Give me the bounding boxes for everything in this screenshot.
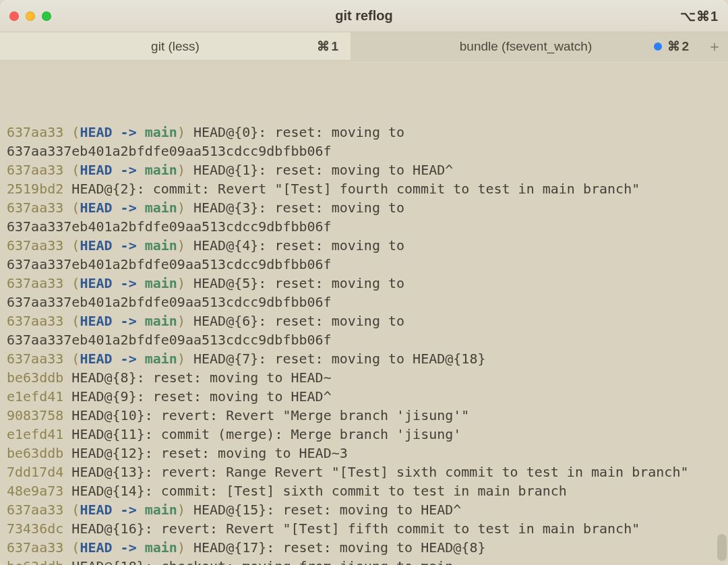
reflog-line: e1efd41 HEAD@{9}: reset: moving to HEAD^	[7, 387, 721, 406]
reflog-message: revert: Revert "Merge branch 'jisung'"	[161, 407, 470, 423]
ref-name: HEAD@{18}:	[71, 558, 152, 565]
terminal-output[interactable]: 637aa33 (HEAD -> main) HEAD@{0}: reset: …	[0, 61, 728, 565]
scrollbar-thumb[interactable]	[717, 534, 727, 561]
window-shortcut-label: ⌥⌘1	[680, 8, 719, 24]
tab-shortcut-text: ⌘2	[667, 38, 690, 54]
tab-label: git (less)	[151, 39, 200, 54]
reflog-message: revert: Revert "[Test] fifth commit to t…	[161, 521, 640, 537]
reflog-line: be63ddb HEAD@{18}: checkout: moving from…	[7, 557, 721, 565]
tab-shortcut: ⌘2	[654, 38, 690, 54]
activity-indicator-icon	[654, 42, 662, 51]
commit-hash: e1efd41	[7, 426, 63, 442]
reflog-message: revert: Range Revert "[Test] sixth commi…	[161, 464, 689, 480]
reflog-line: 637aa33 (HEAD -> main) HEAD@{7}: reset: …	[7, 349, 721, 368]
commit-hash: 637aa33	[7, 313, 63, 329]
ref-name: HEAD@{13}:	[71, 464, 152, 480]
reflog-line: 637aa33 (HEAD -> main) HEAD@{6}: reset: …	[7, 311, 721, 349]
reflog-message: reset: moving to HEAD^	[274, 162, 453, 178]
commit-hash: 2519bd2	[7, 181, 63, 197]
minimize-button[interactable]	[26, 11, 35, 21]
commit-hash: be63ddb	[7, 445, 63, 461]
commit-hash: 637aa33	[7, 200, 63, 216]
reflog-message: reset: moving to HEAD~3	[161, 445, 348, 461]
tab-label: bundle (fsevent_watch)	[460, 39, 592, 54]
traffic-lights	[9, 11, 51, 21]
reflog-line: 637aa33 (HEAD -> main) HEAD@{0}: reset: …	[7, 123, 721, 160]
tab-git[interactable]: git (less) ⌘1	[0, 32, 351, 60]
reflog-line: be63ddb HEAD@{12}: reset: moving to HEAD…	[7, 444, 721, 463]
ref-name: HEAD@{2}:	[71, 181, 144, 197]
commit-hash: 48e9a73	[7, 483, 63, 499]
close-button[interactable]	[9, 11, 19, 21]
plus-icon: ＋	[707, 36, 722, 57]
reflog-line: 2519bd2 HEAD@{2}: commit: Revert "[Test]…	[7, 179, 721, 198]
commit-hash: e1efd41	[7, 388, 63, 405]
reflog-message: reset: moving to HEAD@{8}	[282, 539, 485, 556]
tab-bar: git (less) ⌘1 bundle (fsevent_watch) ⌘2 …	[0, 32, 728, 61]
ref-name: HEAD@{10}:	[71, 407, 152, 423]
reflog-message: checkout: moving from jisung to main	[161, 558, 453, 565]
new-tab-button[interactable]: ＋	[701, 32, 728, 60]
reflog-line: be63ddb HEAD@{8}: reset: moving to HEAD~	[7, 368, 721, 387]
ref-name: HEAD@{17}:	[193, 539, 274, 556]
commit-hash: 637aa33	[7, 351, 63, 367]
ref-name: HEAD@{4}:	[193, 237, 266, 254]
reflog-line: 637aa33 (HEAD -> main) HEAD@{15}: reset:…	[7, 500, 721, 519]
reflog-message: reset: moving to HEAD~	[153, 369, 332, 386]
reflog-line: 637aa33 (HEAD -> main) HEAD@{3}: reset: …	[7, 198, 721, 236]
reflog-message: commit: [Test] sixth commit to test in m…	[161, 483, 567, 499]
ref-name: HEAD@{0}:	[193, 124, 266, 140]
commit-hash: 637aa33	[7, 124, 63, 140]
reflog-line: 637aa33 (HEAD -> main) HEAD@{1}: reset: …	[7, 160, 721, 179]
reflog-line: 73436dc HEAD@{16}: revert: Revert "[Test…	[7, 519, 721, 538]
ref-name: HEAD@{16}:	[71, 521, 152, 537]
commit-hash: 9083758	[7, 407, 63, 423]
commit-hash: 637aa33	[7, 237, 63, 254]
ref-name: HEAD@{1}:	[193, 162, 266, 178]
commit-hash: 637aa33	[7, 275, 63, 291]
reflog-line: 637aa33 (HEAD -> main) HEAD@{5}: reset: …	[7, 274, 721, 311]
reflog-line: 637aa33 (HEAD -> main) HEAD@{4}: reset: …	[7, 236, 721, 274]
ref-name: HEAD@{11}:	[71, 426, 152, 442]
reflog-message: commit (merge): Merge branch 'jisung'	[161, 426, 462, 442]
commit-hash: 637aa33	[7, 502, 63, 518]
ref-name: HEAD@{9}:	[71, 388, 144, 405]
commit-hash: 7dd17d4	[7, 464, 63, 480]
commit-hash: 637aa33	[7, 162, 63, 178]
tab-bundle[interactable]: bundle (fsevent_watch) ⌘2	[351, 32, 701, 60]
reflog-line: 48e9a73 HEAD@{14}: commit: [Test] sixth …	[7, 481, 721, 500]
reflog-message: reset: moving to HEAD^	[282, 502, 461, 518]
ref-name: HEAD@{15}:	[193, 502, 274, 518]
maximize-button[interactable]	[42, 11, 51, 21]
ref-name: HEAD@{7}:	[193, 351, 266, 367]
reflog-message: commit: Revert "[Test] fourth commit to …	[153, 181, 640, 197]
reflog-line: 637aa33 (HEAD -> main) HEAD@{17}: reset:…	[7, 538, 721, 557]
ref-name: HEAD@{5}:	[193, 275, 266, 291]
reflog-line: e1efd41 HEAD@{11}: commit (merge): Merge…	[7, 425, 721, 444]
reflog-line: 9083758 HEAD@{10}: revert: Revert "Merge…	[7, 406, 721, 425]
commit-hash: 637aa33	[7, 539, 63, 556]
commit-hash: be63ddb	[7, 558, 63, 565]
ref-name: HEAD@{12}:	[71, 445, 152, 461]
reflog-message: reset: moving to HEAD^	[153, 388, 332, 405]
reflog-line: 7dd17d4 HEAD@{13}: revert: Range Revert …	[7, 463, 721, 481]
ref-name: HEAD@{6}:	[193, 313, 266, 329]
reflog-message: reset: moving to HEAD@{18}	[274, 351, 485, 367]
terminal-window: git reflog ⌥⌘1 git (less) ⌘1 bundle (fse…	[0, 0, 728, 565]
titlebar[interactable]: git reflog ⌥⌘1	[0, 0, 728, 32]
ref-name: HEAD@{8}:	[71, 369, 144, 386]
tab-shortcut: ⌘1	[317, 38, 340, 54]
ref-name: HEAD@{14}:	[71, 483, 152, 499]
commit-hash: be63ddb	[7, 369, 63, 386]
window-title: git reflog	[0, 8, 728, 24]
commit-hash: 73436dc	[7, 521, 63, 537]
ref-name: HEAD@{3}:	[193, 200, 266, 216]
